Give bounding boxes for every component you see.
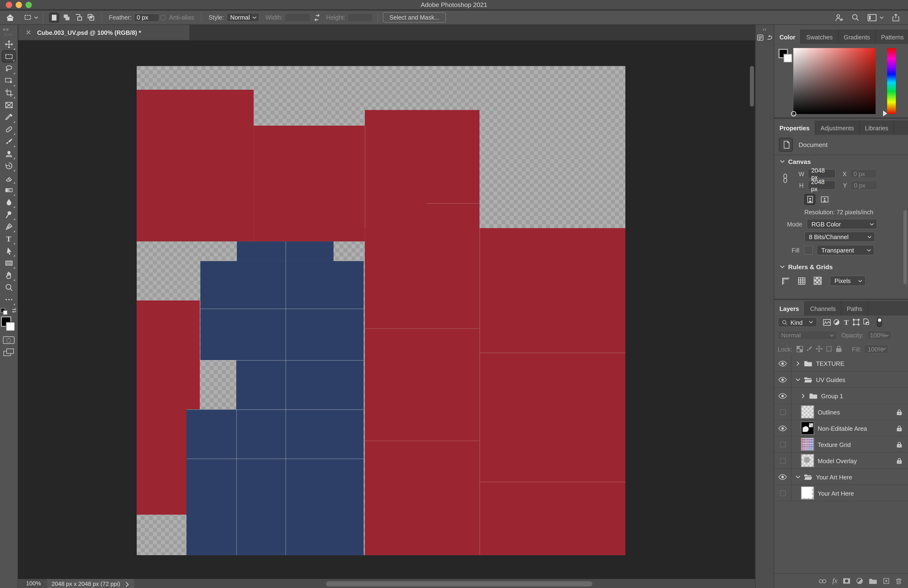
status-chevron-icon[interactable] bbox=[126, 582, 130, 586]
filter-kind-select[interactable]: Kind bbox=[778, 317, 817, 327]
collapse-chevron-icon[interactable] bbox=[795, 474, 800, 479]
tool-lasso[interactable] bbox=[2, 63, 16, 75]
color-panel-swatches[interactable] bbox=[779, 49, 794, 64]
tool-gradient[interactable] bbox=[2, 184, 16, 196]
delete-layer-icon[interactable] bbox=[895, 577, 902, 585]
filter-pixel-layers-icon[interactable] bbox=[822, 317, 831, 327]
visibility-toggle[interactable] bbox=[774, 437, 792, 452]
selection-mode-intersect-icon[interactable] bbox=[86, 13, 95, 22]
filter-toggle[interactable] bbox=[877, 317, 882, 327]
filter-shape-layers-icon[interactable] bbox=[851, 317, 861, 327]
horizontal-scrollbar[interactable] bbox=[326, 581, 592, 586]
tab-layers[interactable]: Layers bbox=[774, 301, 805, 316]
expand-toolbar-icon[interactable]: »» bbox=[3, 27, 9, 32]
tool-move[interactable] bbox=[2, 38, 16, 50]
transparency-grid-icon[interactable] bbox=[814, 277, 822, 285]
new-layer-icon[interactable] bbox=[882, 577, 890, 585]
tool-blur[interactable] bbox=[2, 196, 16, 208]
tool-history-brush[interactable] bbox=[2, 160, 16, 172]
expand-panels-icon[interactable]: ‹‹ bbox=[756, 27, 774, 32]
fill-value[interactable]: 100% bbox=[865, 344, 889, 353]
tool-pen[interactable] bbox=[2, 220, 16, 233]
visibility-toggle[interactable] bbox=[774, 453, 792, 468]
collapsed-panel-history-icon[interactable] bbox=[766, 34, 773, 41]
filter-adjustment-layers-icon[interactable] bbox=[832, 317, 841, 327]
visibility-toggle[interactable] bbox=[774, 485, 792, 501]
swap-colors-icon[interactable] bbox=[11, 307, 17, 313]
visibility-toggle[interactable] bbox=[774, 420, 792, 436]
fill-swatch[interactable] bbox=[804, 246, 813, 255]
color-field[interactable] bbox=[794, 48, 876, 114]
tool-hand[interactable] bbox=[2, 269, 16, 281]
tool-eyedropper[interactable] bbox=[2, 111, 16, 124]
color-field-picker[interactable] bbox=[791, 111, 796, 116]
width-input[interactable] bbox=[285, 13, 311, 22]
tool-preset-chevron-icon[interactable] bbox=[34, 15, 38, 19]
new-group-icon[interactable] bbox=[869, 577, 877, 585]
hue-slider-arrow[interactable] bbox=[883, 111, 887, 116]
tab-adjustments[interactable]: Adjustments bbox=[815, 120, 860, 135]
style-select[interactable]: Normal bbox=[226, 13, 260, 22]
layer-row-texture-grid[interactable]: Texture Grid bbox=[774, 437, 908, 453]
canvas-section-header[interactable]: Canvas bbox=[780, 158, 811, 165]
tab-color[interactable]: Color bbox=[774, 30, 801, 44]
quick-mask-button[interactable] bbox=[3, 336, 14, 344]
layer-row-group-1[interactable]: Group 1 bbox=[774, 388, 908, 404]
tool-path-selection[interactable] bbox=[2, 245, 16, 257]
canvas-width-field[interactable]: 2048 px bbox=[808, 169, 836, 178]
layer-row-uv-guides[interactable]: UV Guides bbox=[774, 371, 908, 388]
toolbar-grip[interactable] bbox=[5, 34, 13, 36]
filter-smart-objects-icon[interactable] bbox=[861, 317, 871, 327]
tab-swatches[interactable]: Swatches bbox=[801, 30, 839, 44]
rulers-grids-section-header[interactable]: Rulers & Grids bbox=[780, 263, 833, 270]
canvas-y-field[interactable]: 0 px bbox=[850, 181, 877, 190]
export-share-icon[interactable] bbox=[892, 13, 900, 22]
tool-eraser[interactable] bbox=[2, 172, 16, 184]
canvas-height-field[interactable]: 2048 px bbox=[808, 181, 835, 190]
grid-icon[interactable] bbox=[797, 276, 806, 285]
search-icon[interactable] bbox=[851, 13, 859, 21]
layer-row-model-overlay[interactable]: Model Overlay bbox=[774, 453, 908, 469]
screen-mode-button[interactable] bbox=[3, 349, 14, 356]
layer-thumbnail[interactable] bbox=[801, 454, 814, 467]
tool-dodge[interactable] bbox=[2, 208, 16, 220]
home-icon[interactable] bbox=[6, 13, 14, 22]
tab-channels[interactable]: Channels bbox=[805, 301, 842, 316]
document-tab[interactable]: ✕ Cube.003_UV.psd @ 100% (RGB/8) * bbox=[19, 25, 190, 40]
tool-crop[interactable] bbox=[2, 87, 16, 99]
layer-row-texture[interactable]: TEXTURE bbox=[774, 355, 908, 372]
tab-patterns[interactable]: Patterns bbox=[876, 30, 908, 44]
tool-frame[interactable] bbox=[2, 99, 16, 111]
select-and-mask-button[interactable]: Select and Mask... bbox=[383, 12, 446, 22]
antialias-checkbox[interactable] bbox=[160, 15, 166, 20]
tool-rectangular-marquee[interactable] bbox=[2, 50, 16, 63]
visibility-toggle[interactable] bbox=[774, 371, 792, 387]
tool-object-selection[interactable] bbox=[2, 75, 16, 87]
filter-type-layers-icon[interactable]: T bbox=[841, 317, 851, 327]
canvas-x-field[interactable]: 0 px bbox=[850, 169, 877, 178]
tool-brush[interactable] bbox=[2, 135, 16, 148]
canvas-viewport[interactable] bbox=[18, 40, 755, 579]
tool-spot-healing-brush[interactable] bbox=[2, 124, 16, 135]
mode-select[interactable]: RGB Color bbox=[807, 219, 877, 229]
fill-select[interactable]: Transparent bbox=[817, 245, 875, 255]
rulers-icon[interactable] bbox=[781, 276, 790, 285]
document-info[interactable]: 2048 px x 2048 px (72 ppi) bbox=[47, 579, 135, 588]
zoom-level[interactable]: 100% bbox=[26, 580, 41, 586]
orientation-landscape-button[interactable] bbox=[819, 194, 830, 205]
edit-toolbar-ellipsis-icon[interactable] bbox=[2, 294, 16, 306]
tool-zoom[interactable] bbox=[2, 281, 16, 294]
selection-mode-new-icon[interactable] bbox=[49, 13, 59, 22]
workspace-switcher[interactable] bbox=[868, 14, 884, 21]
collapse-chevron-icon[interactable] bbox=[795, 377, 800, 382]
properties-scrollbar[interactable] bbox=[903, 210, 907, 284]
collapsed-panel-info-icon[interactable] bbox=[757, 34, 763, 41]
tab-libraries[interactable]: Libraries bbox=[860, 120, 894, 135]
canvas-image[interactable] bbox=[137, 66, 626, 555]
layer-row-your-art-here-group[interactable]: Your Art Here bbox=[774, 469, 908, 485]
tab-gradients[interactable]: Gradients bbox=[839, 30, 876, 44]
lock-all-icon[interactable] bbox=[834, 344, 844, 353]
tool-clone-stamp[interactable] bbox=[2, 148, 16, 160]
orientation-portrait-button[interactable] bbox=[804, 194, 815, 205]
swap-width-height-icon[interactable] bbox=[314, 14, 320, 21]
